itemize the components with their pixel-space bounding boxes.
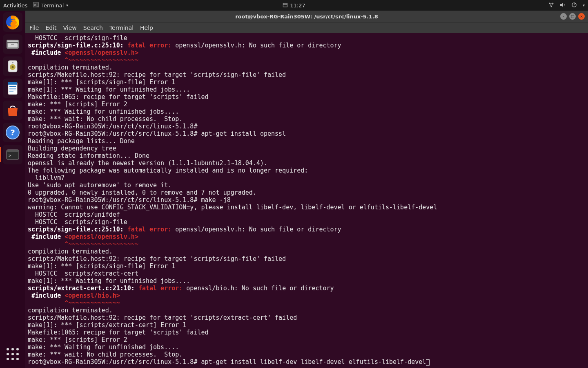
maximize-button[interactable]: ▢	[569, 13, 576, 20]
terminal-line: compilation terminated.	[28, 248, 586, 255]
svg-point-18	[12, 66, 14, 68]
minimize-button[interactable]: –	[560, 13, 567, 20]
system-menu-chevron-icon[interactable]: ▾	[583, 3, 585, 7]
terminal-line: Reading state information... Done	[28, 152, 586, 159]
terminal-line: make: *** Waiting for unfinished jobs...…	[28, 343, 586, 351]
dock-item-writer[interactable]	[3, 79, 22, 98]
svg-rect-30	[7, 150, 19, 152]
terminal-line: ^~~~~~~~~~~~~~~~~~~~	[28, 240, 586, 248]
activities-button[interactable]: Activities	[3, 2, 27, 9]
clock[interactable]: 11:27	[283, 2, 305, 9]
terminal-line: Use 'sudo apt autoremove' to remove it.	[28, 182, 586, 189]
chevron-down-icon: ▾	[66, 3, 68, 7]
terminal-line: HOSTCC scripts/extract-cert	[28, 270, 586, 277]
svg-rect-25	[9, 91, 13, 92]
shopping-bag-icon	[4, 102, 21, 119]
help-icon: ?	[4, 124, 21, 141]
svg-rect-24	[9, 90, 16, 90]
terminal-line: ^~~~~~~~~~~~~~~	[28, 299, 586, 307]
menubar: File Edit View Search Terminal Help	[25, 22, 588, 33]
window-title: root@vbox-RG-Rain305W: /usr/ct/src/linux…	[235, 13, 378, 20]
terminal-line: make: *** Waiting for unfinished jobs...…	[28, 108, 586, 115]
show-applications-button[interactable]	[3, 344, 22, 364]
document-icon	[4, 80, 21, 96]
terminal-window: root@vbox-RG-Rain305W: /usr/ct/src/linux…	[25, 11, 588, 368]
dock-item-terminal[interactable]: >_	[3, 145, 22, 164]
svg-rect-21	[8, 82, 17, 85]
menu-view[interactable]: View	[63, 25, 77, 31]
terminal-line: HOSTCC scripts/sign-file	[28, 218, 586, 226]
terminal-small-icon: >_	[33, 2, 39, 9]
terminal-line: scripts/sign-file.c:25:10: fatal error: …	[28, 226, 586, 233]
dock-item-firefox[interactable]	[3, 12, 22, 32]
dock-item-files[interactable]	[3, 34, 22, 54]
menu-terminal[interactable]: Terminal	[109, 25, 134, 31]
terminal-line: ^~~~~~~~~~~~~~~~~~~~	[28, 56, 586, 64]
terminal-line: HOSTCC scripts/sign-file	[28, 34, 586, 42]
terminal-line: make[1]: *** [scripts/extract-cert] Erro…	[28, 321, 586, 329]
terminal-line: #include <openssl/opensslv.h>	[28, 233, 586, 240]
terminal-line: The following package was automatically …	[28, 167, 586, 174]
terminal-line: compilation terminated.	[28, 64, 586, 71]
terminal-line: root@vbox-RG-Rain305W:/usr/ct/src/linux-…	[28, 130, 586, 137]
terminal-line: HOSTCC scripts/unifdef	[28, 211, 586, 218]
terminal-line: 0 upgraded, 0 newly installed, 0 to remo…	[28, 189, 586, 196]
terminal-line: root@vbox-RG-Rain305W:/usr/ct/src/linux-…	[28, 123, 586, 130]
terminal-line: scripts/extract-cert.c:21:10: fatal erro…	[28, 285, 586, 292]
terminal-line: scripts/Makefile.host:92: recipe for tar…	[28, 314, 586, 321]
menu-edit[interactable]: Edit	[45, 25, 56, 31]
firefox-icon	[4, 14, 21, 30]
svg-rect-13	[7, 40, 18, 42]
terminal-cursor	[426, 359, 430, 366]
menu-help[interactable]: Help	[140, 25, 153, 31]
terminal-line: #include <openssl/opensslv.h>	[28, 49, 586, 56]
close-button[interactable]: ×	[578, 13, 585, 20]
app-menu[interactable]: >_ Terminal ▾	[33, 2, 68, 9]
svg-rect-15	[11, 44, 14, 45]
network-icon[interactable]	[548, 2, 554, 9]
terminal-line: Makefile:1065: recipe for target 'script…	[28, 93, 586, 101]
terminal-icon: >_	[4, 146, 21, 163]
terminal-line: make[1]: *** Waiting for unfinished jobs…	[28, 277, 586, 285]
menu-search[interactable]: Search	[83, 25, 103, 31]
sound-icon[interactable]	[560, 2, 566, 9]
terminal-line: scripts/sign-file.c:25:10: fatal error: …	[28, 42, 586, 49]
svg-text:?: ?	[10, 128, 15, 137]
dock-item-software[interactable]	[3, 101, 22, 120]
terminal-line: Building dependency tree	[28, 145, 586, 152]
terminal-line: warning: Cannot use CONFIG_STACK_VALIDAT…	[28, 204, 586, 211]
terminal-line: make[1]: *** [scripts/sign-file] Error 1	[28, 263, 586, 270]
terminal-line: root@vbox-RG-Rain305W:/usr/ct/src/linux-…	[28, 358, 586, 366]
speaker-icon	[4, 58, 21, 74]
window-titlebar[interactable]: root@vbox-RG-Rain305W: /usr/ct/src/linux…	[25, 11, 588, 22]
terminal-line: compilation terminated.	[28, 307, 586, 314]
svg-rect-22	[9, 86, 16, 87]
power-icon[interactable]	[571, 2, 577, 9]
terminal-line: #include <openssl/bio.h>	[28, 292, 586, 299]
terminal-line: scripts/Makefile.host:92: recipe for tar…	[28, 71, 586, 79]
terminal-line: root@vbox-RG-Rain305W:/usr/ct/src/linux-…	[28, 196, 586, 204]
svg-rect-12	[7, 42, 18, 43]
terminal-line: libllvm7	[28, 174, 586, 182]
terminal-output[interactable]: HOSTCC scripts/sign-filescripts/sign-fil…	[25, 33, 588, 368]
files-icon	[4, 36, 21, 52]
terminal-line: make[1]: *** [scripts/sign-file] Error 1	[28, 79, 586, 86]
terminal-line: openssl is already the newest version (1…	[28, 159, 586, 167]
svg-marker-7	[560, 3, 563, 7]
dock-item-help[interactable]: ?	[3, 123, 22, 142]
terminal-line: Reading package lists... Done	[28, 137, 586, 145]
svg-point-19	[12, 62, 13, 63]
clock-text: 11:27	[290, 2, 305, 9]
dock: ? >_	[0, 11, 25, 368]
svg-rect-2	[283, 3, 287, 7]
svg-rect-23	[9, 88, 16, 89]
terminal-line: make[1]: *** Waiting for unfinished jobs…	[28, 86, 586, 93]
terminal-line: make: *** [scripts] Error 2	[28, 336, 586, 343]
terminal-line: make: *** [scripts] Error 2	[28, 101, 586, 108]
menu-file[interactable]: File	[29, 25, 39, 31]
terminal-line: Makefile:1065: recipe for target 'script…	[28, 329, 586, 336]
terminal-line: make: *** wait: No child processes. Stop…	[28, 351, 586, 358]
clock-icon	[283, 2, 287, 9]
terminal-line: scripts/Makefile.host:92: recipe for tar…	[28, 255, 586, 263]
dock-item-rhythmbox[interactable]	[3, 56, 22, 76]
